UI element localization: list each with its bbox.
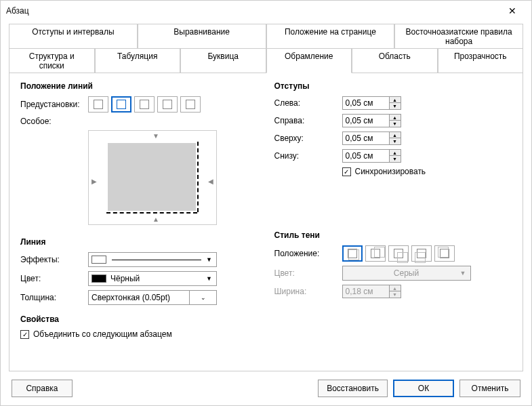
shadow-bottomright[interactable] (388, 245, 409, 262)
effects-label: Эффекты: (20, 255, 88, 264)
spin-down-icon: ▼ (390, 291, 401, 298)
sync-checkbox[interactable]: ✓ (342, 167, 351, 176)
border-preview[interactable]: ▼ ▲ ▶ ◀ (88, 130, 217, 225)
spin-down-icon[interactable]: ▼ (390, 121, 401, 127)
width-combo[interactable]: Сверхтонкая (0.05pt) (88, 290, 190, 305)
pad-right-spinner[interactable]: ▲▼ (342, 114, 401, 127)
pad-right-input[interactable] (342, 114, 390, 127)
close-icon[interactable]: ✕ (499, 5, 526, 16)
pad-top-input[interactable] (342, 131, 390, 145)
shadow-topleft[interactable] (434, 245, 455, 262)
width-value: Сверхтонкая (0.05pt) (91, 293, 170, 302)
section-shadow: Стиль тени (274, 230, 512, 240)
pad-left-label: Слева: (274, 98, 342, 108)
pad-bottom-spinner[interactable]: ▲▼ (342, 149, 401, 163)
help-button[interactable]: Справка (12, 380, 73, 397)
pad-left-input[interactable] (342, 96, 390, 110)
spin-up-icon: ▲ (390, 285, 401, 291)
shadow-width-input (342, 285, 390, 298)
shadow-width-label: Ширина: (274, 287, 342, 296)
chevron-down-icon: ⌄ (201, 294, 206, 301)
spin-up-icon[interactable]: ▲ (390, 150, 401, 156)
section-line: Линия (20, 237, 258, 247)
tab-panel-borders: Положение линий Предустановки: Особое: (9, 73, 523, 371)
section-padding: Отступы (274, 81, 512, 91)
shadow-color-value: Серый (394, 268, 419, 278)
pad-left-spinner[interactable]: ▲▼ (342, 96, 401, 110)
shadow-bottomleft[interactable] (411, 245, 432, 262)
shadow-presets (342, 245, 455, 262)
preset-3d[interactable] (157, 96, 178, 113)
tab-area[interactable]: Область (352, 48, 438, 73)
width-dropdown[interactable]: ⌄ (190, 290, 217, 305)
presets-label: Предустановки: (20, 100, 88, 109)
tab-outline[interactable]: Структура и списки (9, 48, 95, 73)
preset-custom[interactable] (180, 96, 201, 113)
titlebar: Абзац ✕ (1, 1, 531, 21)
pad-bottom-label: Снизу: (274, 151, 342, 161)
color-value: Чёрный (110, 274, 140, 283)
shadow-none[interactable] (342, 245, 363, 262)
effects-combo[interactable]: ▼ (88, 252, 217, 267)
dialog-buttons: Справка Восстановить ОК Отменить (1, 371, 531, 405)
section-props: Свойства (20, 314, 258, 324)
window-title: Абзац (6, 6, 499, 16)
presets-group (88, 96, 201, 113)
preset-box[interactable] (111, 96, 131, 113)
chevron-down-icon: ▼ (206, 256, 212, 263)
tab-asian[interactable]: Восточноазиатские правила набора (394, 24, 523, 49)
preset-none[interactable] (88, 96, 108, 113)
spin-down-icon[interactable]: ▼ (390, 138, 401, 144)
width-label: Толщина: (20, 293, 88, 302)
dialog-window: Абзац ✕ Отступы и интервалы Выравнивание… (0, 0, 532, 406)
spin-down-icon[interactable]: ▼ (390, 156, 401, 162)
spin-up-icon[interactable]: ▲ (390, 97, 401, 103)
merge-checkbox[interactable]: ✓ (20, 330, 29, 339)
tab-transparency[interactable]: Прозрачность (438, 48, 524, 73)
color-label: Цвет: (20, 274, 88, 283)
shadow-topright[interactable] (365, 245, 386, 262)
tab-indents[interactable]: Отступы и интервалы (9, 24, 138, 49)
tabstrip: Отступы и интервалы Выравнивание Положен… (9, 24, 523, 73)
spin-up-icon[interactable]: ▲ (390, 132, 401, 138)
custom-label: Особое: (20, 117, 88, 126)
tab-textflow[interactable]: Положение на странице (266, 24, 395, 49)
color-combo[interactable]: Чёрный ▼ (88, 271, 217, 286)
tab-borders[interactable]: Обрамление (266, 48, 352, 73)
cancel-button[interactable]: Отменить (459, 380, 520, 397)
tab-tabs[interactable]: Табуляция (95, 48, 181, 73)
preset-shadow[interactable] (134, 96, 155, 113)
shadow-pos-label: Положение: (274, 249, 342, 258)
section-line-position: Положение линий (20, 81, 258, 91)
tab-dropcaps[interactable]: Буквица (180, 48, 266, 73)
shadow-width-spinner: ▲▼ (342, 285, 401, 298)
pad-top-spinner[interactable]: ▲▼ (342, 131, 401, 145)
sync-label: Синхронизировать (355, 167, 426, 176)
shadow-color-label: Цвет: (274, 268, 342, 278)
shadow-color-combo: Серый ▼ (342, 266, 471, 281)
spin-up-icon[interactable]: ▲ (390, 115, 401, 121)
restore-button[interactable]: Восстановить (318, 380, 388, 397)
ok-button[interactable]: ОК (393, 380, 454, 397)
merge-label: Объединить со следующим абзацем (33, 329, 172, 339)
tab-alignment[interactable]: Выравнивание (138, 24, 266, 49)
chevron-down-icon: ▼ (460, 270, 466, 277)
spin-down-icon[interactable]: ▼ (390, 103, 401, 109)
pad-right-label: Справа: (274, 116, 342, 125)
chevron-down-icon: ▼ (206, 275, 212, 282)
pad-top-label: Сверху: (274, 134, 342, 143)
pad-bottom-input[interactable] (342, 149, 390, 163)
